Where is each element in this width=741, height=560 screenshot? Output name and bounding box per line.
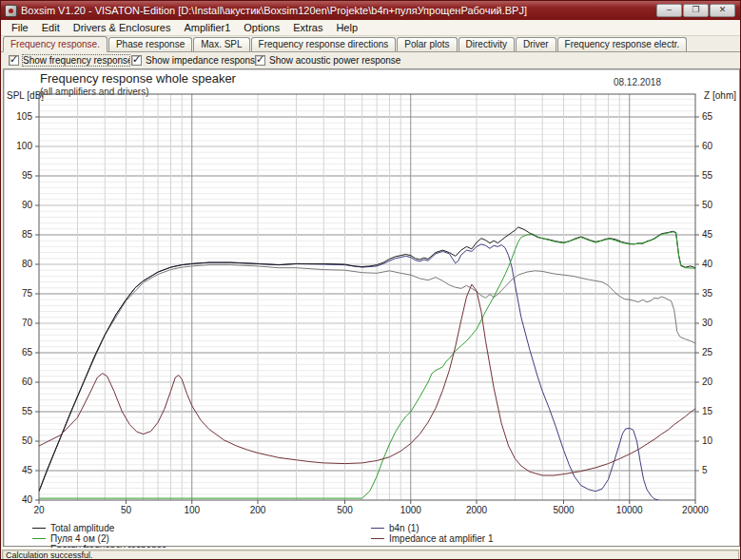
legend-color-dash — [32, 538, 46, 539]
window-title: Boxsim V1.20 - VISATON-Edition [D:\Insta… — [21, 5, 527, 16]
menu-item-edit[interactable]: Edit — [35, 21, 67, 34]
status-bar: Calculation successful. — [1, 548, 740, 560]
axis-tick-label: 5 — [702, 465, 708, 475]
menu-item-amplifier1[interactable]: Amplifier1 — [177, 21, 237, 34]
window-controls: – ❐ ✕ — [656, 4, 735, 17]
checkbox-show-impedance-response[interactable]: ✓Show impedance response — [131, 53, 261, 67]
axis-tick-label: 90 — [22, 200, 33, 210]
axis-tick-label: 95 — [22, 170, 33, 181]
axis-tick-label: 50 — [22, 435, 33, 446]
tab-frequency-response-directions[interactable]: Frequency response directions — [251, 37, 397, 51]
axis-tick-label: 40 — [702, 259, 713, 269]
axis-tick-label: 20000 — [682, 505, 709, 515]
minimize-button[interactable]: – — [656, 4, 682, 17]
menu-item-extras[interactable]: Extras — [286, 21, 329, 34]
axis-tick-label: 200 — [250, 505, 266, 515]
axis-tick-label: 45 — [22, 465, 33, 475]
series-energy-frequency-response — [39, 265, 695, 492]
axis-tick-label: 50 — [121, 505, 132, 515]
legend-right-column: b4n (1)Impedance at amplifier 1 — [371, 523, 494, 544]
axis-tick-label: 10 — [702, 435, 713, 446]
axis-tick-label: 20 — [702, 377, 713, 387]
axis-tick-label: 55 — [22, 406, 33, 416]
legend-label: Impedance at amplifier 1 — [389, 533, 494, 544]
legend-label: b4n (1) — [389, 523, 419, 533]
legend-color-dash — [32, 528, 46, 529]
menu-item-drivers-enclosures[interactable]: Drivers & Enclosures — [67, 21, 178, 34]
axis-tick-label: 80 — [22, 259, 33, 269]
axis-tick-label: 10000 — [616, 505, 643, 515]
frequency-response-plot: 2050100200500100020005000100002000040455… — [4, 92, 741, 522]
axis-tick-label: 60 — [22, 377, 33, 387]
axis-tick-label: 55 — [702, 170, 713, 181]
menu-item-help[interactable]: Help — [329, 21, 364, 34]
checkbox-show-acoustic-power-response[interactable]: ✓Show acoustic power response — [255, 53, 400, 67]
plot-frame — [39, 94, 695, 500]
checkbox-row: ✓Show frequency response of single drive… — [1, 52, 740, 68]
axis-tick-label: 70 — [22, 318, 33, 328]
checkbox-show-frequency-response-of-single-driver[interactable]: ✓Show frequency response of single drive… — [9, 53, 129, 67]
legend-item--4-2-: Пуля 4 ом (2) — [32, 533, 166, 543]
chart-panel: Frequency response whole speaker (all am… — [3, 68, 740, 547]
axis-tick-label: 15 — [702, 406, 713, 416]
axis-tick-label: 85 — [22, 229, 33, 240]
tab-max-spl[interactable]: Max. SPL — [193, 37, 249, 51]
axis-tick-label: 100 — [184, 505, 200, 515]
legend-color-dash — [371, 528, 384, 529]
restore-button[interactable]: ❐ — [683, 4, 709, 17]
axis-tick-label: 60 — [702, 141, 713, 151]
axis-tick-label: 105 — [16, 111, 32, 122]
tab-driver[interactable]: Driver — [516, 37, 556, 51]
menu-bar: FileEditDrivers & EnclosuresAmplifier1Op… — [1, 20, 740, 36]
legend-item-b4n-1-: b4n (1) — [371, 523, 494, 532]
checkbox-label: Show frequency response of single driver… — [23, 55, 129, 66]
status-message: Calculation successful. — [2, 550, 739, 560]
axis-tick-label: 20 — [33, 505, 45, 515]
legend-label: Пуля 4 ом (2) — [50, 533, 109, 544]
app-icon — [5, 5, 17, 17]
title-bar: Boxsim V1.20 - VISATON-Edition [D:\Insta… — [1, 1, 740, 20]
check-icon: ✓ — [10, 53, 18, 66]
axis-tick-label: 25 — [702, 347, 713, 357]
axis-tick-label: 45 — [702, 229, 713, 240]
chart-date: 08.12.2018 — [614, 77, 661, 87]
axis-tick-label: 5000 — [553, 505, 575, 515]
legend-label: Total amplitude — [50, 523, 114, 533]
legend-color-dash — [371, 538, 384, 539]
checkbox-box[interactable]: ✓ — [255, 55, 265, 66]
menu-item-options[interactable]: Options — [237, 21, 286, 34]
axis-tick-label: 2000 — [466, 505, 488, 515]
check-icon: ✓ — [132, 53, 141, 66]
tab-bar: Frequency response.Phase responseMax. SP… — [1, 36, 740, 52]
legend-item-total-amplitude: Total amplitude — [32, 523, 166, 532]
axis-tick-label: 1000 — [400, 505, 422, 515]
axis-tick-label: 40 — [22, 494, 33, 505]
tab-polar-plots[interactable]: Polar plots — [397, 37, 457, 51]
menu-item-file[interactable]: File — [5, 21, 35, 34]
checkbox-box[interactable]: ✓ — [9, 55, 19, 66]
checkbox-label: Show acoustic power response — [269, 55, 400, 66]
axis-tick-label: 30 — [702, 318, 713, 328]
close-button[interactable]: ✕ — [710, 4, 735, 17]
axis-tick-label: 65 — [702, 111, 713, 122]
check-icon: ✓ — [256, 53, 264, 66]
checkbox-label: Show impedance response — [146, 55, 261, 66]
series--4-2- — [39, 232, 695, 498]
axis-tick-label: 100 — [16, 141, 32, 151]
axis-tick-label: 500 — [337, 505, 353, 515]
axis-tick-label: 65 — [22, 347, 33, 357]
axis-tick-label: 35 — [702, 288, 713, 299]
legend-item-impedance-at-amplifier-1: Impedance at amplifier 1 — [371, 533, 494, 543]
series-b4n-1- — [39, 244, 659, 500]
tab-frequency-response-electr-[interactable]: Frequency response electr. — [557, 37, 688, 51]
checkbox-box[interactable]: ✓ — [131, 55, 142, 66]
tab-frequency-response-[interactable]: Frequency response. — [3, 36, 107, 52]
app-window: Boxsim V1.20 - VISATON-Edition [D:\Insta… — [0, 0, 741, 560]
axis-tick-label: 75 — [22, 288, 33, 299]
tab-directivity[interactable]: Directivity — [458, 37, 515, 51]
axis-tick-label: 50 — [702, 200, 713, 210]
series-total-amplitude — [39, 227, 695, 492]
tab-phase-response[interactable]: Phase response — [108, 37, 192, 51]
chart-title: Frequency response whole speaker — [40, 71, 236, 86]
